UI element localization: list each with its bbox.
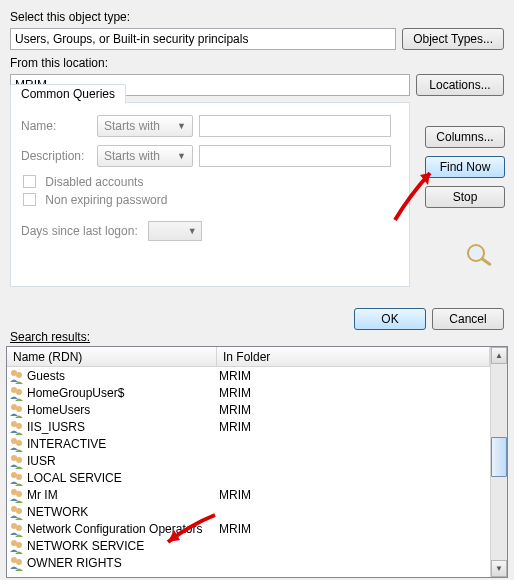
table-row[interactable]: HomeUsersMRIM — [7, 401, 490, 418]
svg-point-24 — [16, 542, 22, 548]
desc-match-combo[interactable]: Starts with ▼ — [97, 145, 193, 167]
column-header-name[interactable]: Name (RDN) — [7, 347, 217, 366]
locations-button[interactable]: Locations... — [416, 74, 504, 96]
svg-point-4 — [16, 372, 22, 378]
cell-name: NETWORK — [27, 505, 219, 519]
find-now-button[interactable]: Find Now — [425, 156, 505, 178]
svg-point-18 — [16, 491, 22, 497]
non-expiring-label: Non expiring password — [45, 193, 167, 207]
stop-button[interactable]: Stop — [425, 186, 505, 208]
principal-icon — [9, 470, 25, 486]
principal-icon — [9, 487, 25, 503]
cell-name: Mr IM — [27, 488, 219, 502]
svg-point-14 — [16, 457, 22, 463]
desc-match-value: Starts with — [104, 149, 160, 163]
table-row[interactable]: NETWORK SERVICE — [7, 537, 490, 554]
svg-point-1 — [470, 247, 482, 259]
cell-name: LOCAL SERVICE — [27, 471, 219, 485]
magnifier-icon — [465, 242, 497, 266]
principal-icon — [9, 402, 25, 418]
cell-name: Network Configuration Operators — [27, 522, 219, 536]
from-location-label: From this location: — [10, 56, 504, 70]
table-row[interactable]: Network Configuration OperatorsMRIM — [7, 520, 490, 537]
cell-folder: MRIM — [219, 369, 490, 383]
cancel-button[interactable]: Cancel — [432, 308, 504, 330]
cell-name: NETWORK SERVICE — [27, 539, 219, 553]
principal-icon — [9, 538, 25, 554]
scroll-down-button[interactable]: ▼ — [491, 560, 507, 577]
svg-point-12 — [16, 440, 22, 446]
chevron-down-icon: ▼ — [177, 151, 186, 161]
cell-name: IUSR — [27, 454, 219, 468]
svg-point-6 — [16, 389, 22, 395]
search-results-label: Search results: — [10, 330, 90, 344]
description-input[interactable] — [199, 145, 391, 167]
object-types-button[interactable]: Object Types... — [402, 28, 504, 50]
non-expiring-checkbox[interactable] — [23, 193, 36, 206]
name-label: Name: — [21, 119, 91, 133]
cell-name: OWNER RIGHTS — [27, 556, 219, 570]
cell-folder: MRIM — [219, 522, 490, 536]
principal-icon — [9, 453, 25, 469]
description-label: Description: — [21, 149, 91, 163]
ok-button[interactable]: OK — [354, 308, 426, 330]
cell-folder: MRIM — [219, 420, 490, 434]
svg-point-8 — [16, 406, 22, 412]
name-match-value: Starts with — [104, 119, 160, 133]
days-since-logon-combo: ▼ — [148, 221, 202, 241]
svg-rect-2 — [480, 257, 492, 266]
cell-folder: MRIM — [219, 403, 490, 417]
table-row[interactable]: LOCAL SERVICE — [7, 469, 490, 486]
cell-name: HomeUsers — [27, 403, 219, 417]
disabled-accounts-checkbox[interactable] — [23, 175, 36, 188]
table-row[interactable]: OWNER RIGHTS — [7, 554, 490, 571]
tab-common-queries[interactable]: Common Queries — [10, 84, 126, 104]
table-row[interactable]: NETWORK — [7, 503, 490, 520]
table-row[interactable]: Mr IMMRIM — [7, 486, 490, 503]
name-match-combo[interactable]: Starts with ▼ — [97, 115, 193, 137]
object-type-field[interactable] — [10, 28, 396, 50]
principal-icon — [9, 368, 25, 384]
cell-name: HomeGroupUser$ — [27, 386, 219, 400]
principal-icon — [9, 419, 25, 435]
svg-point-22 — [16, 525, 22, 531]
vertical-scrollbar[interactable]: ▲ ▼ — [490, 347, 507, 577]
cell-name: Guests — [27, 369, 219, 383]
results-grid: Name (RDN) In Folder GuestsMRIMHomeGroup… — [6, 346, 508, 578]
days-since-logon-label: Days since last logon: — [21, 224, 138, 238]
svg-point-16 — [16, 474, 22, 480]
select-object-type-label: Select this object type: — [10, 10, 504, 24]
table-row[interactable]: HomeGroupUser$MRIM — [7, 384, 490, 401]
chevron-down-icon: ▼ — [177, 121, 186, 131]
svg-point-10 — [16, 423, 22, 429]
cell-folder: MRIM — [219, 488, 490, 502]
chevron-down-icon: ▼ — [188, 226, 197, 236]
cell-name: INTERACTIVE — [27, 437, 219, 451]
scroll-thumb[interactable] — [491, 437, 507, 477]
principal-icon — [9, 385, 25, 401]
table-row[interactable]: INTERACTIVE — [7, 435, 490, 452]
principal-icon — [9, 436, 25, 452]
cell-folder: MRIM — [219, 386, 490, 400]
svg-point-20 — [16, 508, 22, 514]
principal-icon — [9, 504, 25, 520]
columns-button[interactable]: Columns... — [425, 126, 505, 148]
cell-name: IIS_IUSRS — [27, 420, 219, 434]
svg-point-26 — [16, 559, 22, 565]
principal-icon — [9, 521, 25, 537]
principal-icon — [9, 555, 25, 571]
scroll-up-button[interactable]: ▲ — [491, 347, 507, 364]
disabled-accounts-label: Disabled accounts — [45, 175, 143, 189]
column-header-folder[interactable]: In Folder — [217, 347, 490, 366]
name-input[interactable] — [199, 115, 391, 137]
table-row[interactable]: GuestsMRIM — [7, 367, 490, 384]
table-row[interactable]: IUSR — [7, 452, 490, 469]
table-row[interactable]: IIS_IUSRSMRIM — [7, 418, 490, 435]
